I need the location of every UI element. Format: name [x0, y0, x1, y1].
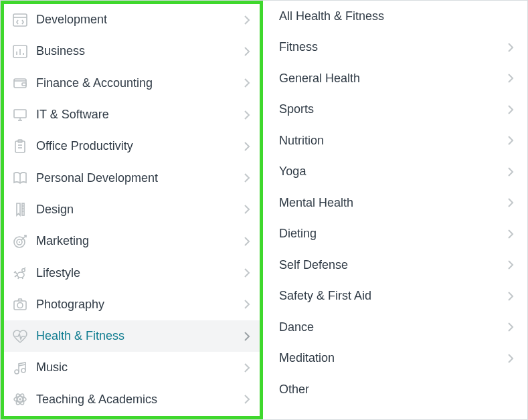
menu-item-label: Lifestyle [36, 266, 244, 280]
svg-rect-8 [14, 110, 26, 118]
camera-icon [12, 296, 36, 312]
category-menu-primary: DevelopmentBusinessFinance & AccountingI… [1, 1, 263, 419]
category-item-marketing[interactable]: Marketing [4, 225, 260, 257]
chevron-right-icon [244, 110, 250, 120]
menu-item-label: Office Productivity [36, 139, 244, 153]
svg-point-27 [17, 303, 23, 308]
subcategory-item-all-health-fitness[interactable]: All Health & Fitness [263, 1, 527, 32]
subcategory-item-fitness[interactable]: Fitness [263, 32, 527, 64]
menu-item-label: IT & Software [36, 108, 244, 122]
chevron-right-icon [507, 42, 514, 53]
menu-item-label: Meditation [279, 351, 507, 365]
monitor-icon [12, 107, 36, 123]
chevron-right-icon [507, 197, 514, 208]
svg-point-29 [21, 369, 25, 373]
subcategory-item-dieting[interactable]: Dieting [263, 219, 527, 250]
category-item-design[interactable]: Design [4, 194, 260, 225]
menu-item-label: Teaching & Academics [36, 393, 244, 407]
heart-pulse-icon [12, 328, 36, 344]
svg-point-31 [19, 398, 21, 401]
category-item-development[interactable]: Development [4, 4, 260, 35]
svg-point-28 [15, 370, 19, 374]
subcategory-item-mental-health[interactable]: Mental Health [263, 187, 527, 219]
menu-item-label: Finance & Accounting [36, 76, 244, 90]
subcategory-item-yoga[interactable]: Yoga [263, 156, 527, 188]
chevron-right-icon [244, 204, 250, 215]
menu-item-label: Music [36, 360, 244, 375]
chevron-right-icon [507, 322, 514, 332]
chevron-right-icon [507, 259, 514, 270]
category-item-personal-development[interactable]: Personal Development [4, 162, 260, 193]
menu-item-label: Other [279, 383, 514, 397]
category-item-business[interactable]: Business [4, 35, 260, 67]
chevron-right-icon [507, 353, 514, 364]
category-item-finance-accounting[interactable]: Finance & Accounting [4, 68, 260, 99]
chevron-right-icon [507, 167, 514, 177]
svg-rect-7 [22, 83, 26, 86]
svg-rect-16 [22, 203, 24, 215]
subcategory-item-self-defense[interactable]: Self Defense [263, 249, 527, 281]
chevron-right-icon [244, 268, 250, 278]
menu-item-label: Yoga [279, 165, 507, 179]
subcategory-item-dance[interactable]: Dance [263, 312, 527, 343]
category-item-teaching-academics[interactable]: Teaching & Academics [4, 384, 260, 415]
menu-item-label: Personal Development [36, 171, 244, 185]
target-icon [12, 233, 36, 249]
chevron-right-icon [244, 141, 250, 152]
category-item-health-fitness[interactable]: Health & Fitness [4, 320, 260, 352]
clipboard-icon [12, 138, 36, 154]
chevron-right-icon [244, 299, 250, 310]
category-item-it-software[interactable]: IT & Software [4, 99, 260, 130]
chevron-right-icon [507, 291, 514, 302]
chevron-right-icon [244, 15, 250, 25]
chevron-right-icon [507, 104, 514, 115]
menu-item-label: Dance [279, 320, 507, 334]
category-flyout-menu: DevelopmentBusinessFinance & AccountingI… [0, 0, 528, 420]
chevron-right-icon [244, 78, 250, 88]
menu-item-label: Self Defense [279, 258, 507, 272]
subcategory-item-sports[interactable]: Sports [263, 94, 527, 126]
menu-item-label: All Health & Fitness [279, 9, 514, 23]
menu-item-label: Sports [279, 102, 507, 116]
category-item-photography[interactable]: Photography [4, 289, 260, 320]
bar-chart-icon [12, 43, 36, 60]
code-window-icon [12, 12, 36, 28]
pet-icon [12, 265, 36, 281]
chevron-right-icon [244, 394, 250, 405]
category-item-lifestyle[interactable]: Lifestyle [4, 257, 260, 288]
chevron-right-icon [507, 229, 514, 239]
menu-item-label: Development [36, 13, 244, 27]
menu-item-label: Dieting [279, 227, 507, 241]
chevron-right-icon [507, 135, 514, 146]
subcategory-item-other[interactable]: Other [263, 374, 527, 405]
chevron-right-icon [507, 73, 514, 84]
menu-item-label: Safety & First Aid [279, 289, 507, 303]
menu-item-label: Mental Health [279, 196, 507, 210]
chevron-right-icon [244, 331, 250, 342]
menu-item-label: Business [36, 44, 244, 58]
subcategory-item-safety-first-aid[interactable]: Safety & First Aid [263, 281, 527, 312]
chevron-right-icon [244, 46, 250, 57]
category-item-music[interactable]: Music [4, 352, 260, 383]
atom-icon [12, 391, 36, 407]
menu-item-label: Design [36, 203, 244, 217]
chevron-right-icon [244, 236, 250, 247]
chevron-right-icon [244, 362, 250, 373]
category-menu-secondary: All Health & FitnessFitnessGeneral Healt… [263, 1, 527, 419]
wallet-icon [12, 75, 36, 91]
book-open-icon [12, 170, 36, 186]
svg-rect-0 [13, 14, 27, 26]
category-item-office-productivity[interactable]: Office Productivity [4, 130, 260, 162]
svg-line-30 [19, 364, 25, 366]
menu-item-label: Marketing [36, 234, 244, 248]
menu-item-label: Photography [36, 298, 244, 312]
subcategory-item-nutrition[interactable]: Nutrition [263, 125, 527, 156]
menu-item-label: Health & Fitness [36, 329, 244, 343]
svg-point-22 [19, 241, 20, 243]
menu-item-label: Nutrition [279, 134, 507, 148]
music-note-icon [12, 360, 36, 376]
subcategory-item-meditation[interactable]: Meditation [263, 343, 527, 375]
menu-item-label: General Health [279, 72, 507, 86]
subcategory-item-general-health[interactable]: General Health [263, 63, 527, 94]
menu-item-label: Fitness [279, 40, 507, 54]
